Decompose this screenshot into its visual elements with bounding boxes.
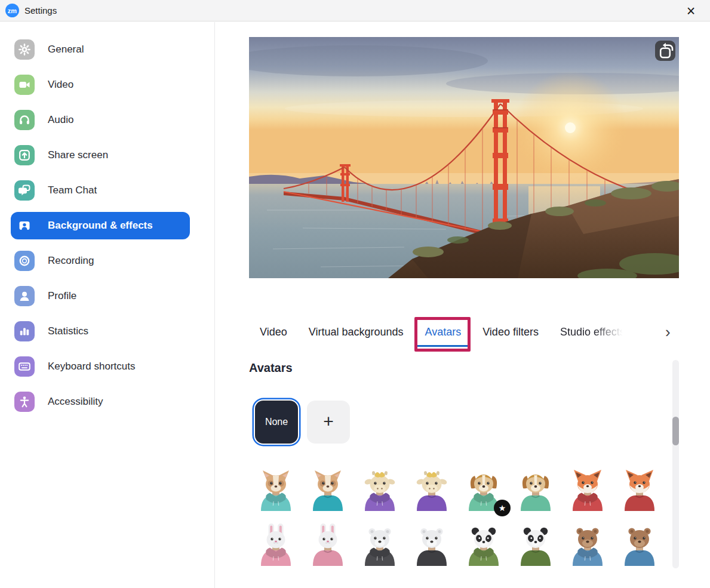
background-person-icon bbox=[14, 216, 35, 236]
window-title: Settings bbox=[24, 5, 57, 16]
sidebar-item-label: Video bbox=[48, 79, 73, 91]
person-icon bbox=[14, 286, 35, 306]
sidebar-item-profile[interactable]: Profile bbox=[11, 282, 190, 310]
avatar-fox-shirt[interactable] bbox=[618, 468, 661, 511]
sidebar-item-general[interactable]: General bbox=[11, 36, 190, 63]
avatar-rabbit-hoodie[interactable] bbox=[254, 523, 297, 566]
sidebar-item-team-chat[interactable]: Team Chat bbox=[11, 177, 190, 204]
sidebar-item-accessibility[interactable]: Accessibility bbox=[11, 388, 190, 415]
avatar-cow-shirt[interactable] bbox=[410, 468, 453, 511]
settings-window: zm Settings × General Video Audio Share … bbox=[0, 0, 710, 588]
sidebar-item-label: Keyboard shortcuts bbox=[48, 361, 135, 372]
rotate-icon bbox=[655, 37, 675, 171]
rotate-preview-button[interactable] bbox=[655, 41, 675, 61]
avatar-grid: ★ bbox=[254, 468, 661, 566]
tab-avatars[interactable]: Avatars bbox=[425, 326, 461, 338]
sidebar-item-label: Team Chat bbox=[48, 184, 97, 196]
avatar-bear-shirt[interactable] bbox=[618, 523, 661, 566]
avatar-corgi-hoodie[interactable] bbox=[254, 468, 297, 511]
video-preview bbox=[249, 37, 679, 278]
sidebar-item-label: Accessibility bbox=[48, 396, 103, 408]
chat-bubbles-icon bbox=[14, 180, 35, 201]
sidebar-item-label: Background & effects bbox=[48, 220, 153, 232]
main-panel: VideoVirtual backgroundsAvatarsVideo fil… bbox=[216, 21, 710, 588]
sidebar-item-video[interactable]: Video bbox=[11, 71, 190, 98]
avatar-polar-hoodie[interactable] bbox=[358, 523, 401, 566]
tab-video-filters[interactable]: Video filters bbox=[482, 326, 539, 338]
accessibility-icon bbox=[14, 392, 35, 412]
avatar-rabbit-shirt[interactable] bbox=[306, 523, 349, 566]
avatar-add-tile[interactable]: + bbox=[307, 401, 350, 444]
close-button[interactable]: × bbox=[679, 0, 703, 21]
sidebar-item-label: Profile bbox=[48, 290, 76, 302]
share-screen-icon bbox=[14, 145, 35, 165]
avatar-none-tile[interactable]: None bbox=[255, 401, 298, 444]
sidebar-item-keyboard-shortcuts[interactable]: Keyboard shortcuts bbox=[11, 353, 190, 380]
settings-sidebar: General Video Audio Share screen Team Ch… bbox=[0, 22, 215, 588]
sidebar-item-share-screen[interactable]: Share screen bbox=[11, 141, 190, 169]
scrollbar-track[interactable] bbox=[672, 360, 679, 568]
tab-video[interactable]: Video bbox=[260, 326, 287, 338]
avatar-fox-hoodie[interactable] bbox=[566, 468, 609, 511]
titlebar: zm Settings × bbox=[0, 0, 710, 21]
golden-gate-preview-image bbox=[249, 37, 679, 278]
avatar-panda-hoodie[interactable] bbox=[462, 523, 505, 566]
gear-icon bbox=[14, 39, 35, 60]
sidebar-item-audio[interactable]: Audio bbox=[11, 106, 190, 134]
record-circle-icon bbox=[14, 251, 35, 271]
avatar-beagle-shirt[interactable] bbox=[514, 468, 557, 511]
sidebar-item-label: Audio bbox=[48, 114, 73, 126]
sidebar-item-label: Statistics bbox=[48, 325, 88, 337]
avatar-panda-shirt[interactable] bbox=[514, 523, 557, 566]
keyboard-icon bbox=[14, 356, 35, 377]
avatar-beagle-hoodie[interactable]: ★ bbox=[462, 468, 505, 511]
sidebar-item-label: Share screen bbox=[48, 149, 108, 161]
avatars-heading: Avatars bbox=[249, 361, 293, 375]
sidebar-item-label: Recording bbox=[48, 255, 94, 267]
avatar-choice-row: None + bbox=[255, 401, 350, 444]
sidebar-item-statistics[interactable]: Statistics bbox=[11, 318, 190, 345]
sidebar-item-label: General bbox=[48, 44, 84, 56]
video-camera-icon bbox=[14, 75, 35, 95]
star-badge-icon: ★ bbox=[494, 500, 511, 516]
sidebar-item-recording[interactable]: Recording bbox=[11, 247, 190, 275]
avatar-cow-hoodie[interactable] bbox=[358, 468, 401, 511]
effects-tabs: VideoVirtual backgroundsAvatarsVideo fil… bbox=[260, 326, 663, 338]
zoom-logo-icon: zm bbox=[5, 4, 19, 17]
avatar-corgi-shirt[interactable] bbox=[306, 468, 349, 511]
bar-chart-icon bbox=[14, 321, 35, 341]
avatar-polar-shirt[interactable] bbox=[410, 523, 453, 566]
scrollbar-thumb[interactable] bbox=[672, 417, 679, 445]
avatar-bear-hoodie[interactable] bbox=[566, 523, 609, 566]
headphones-icon bbox=[14, 110, 35, 130]
selected-tab-underline bbox=[417, 345, 469, 347]
tab-virtual-backgrounds[interactable]: Virtual backgrounds bbox=[309, 326, 404, 338]
tabs-overflow-chevron[interactable]: › bbox=[665, 324, 671, 340]
sidebar-item-background-effects[interactable]: Background & effects bbox=[11, 212, 190, 239]
tab-studio-effects[interactable]: Studio effects bbox=[560, 326, 625, 338]
